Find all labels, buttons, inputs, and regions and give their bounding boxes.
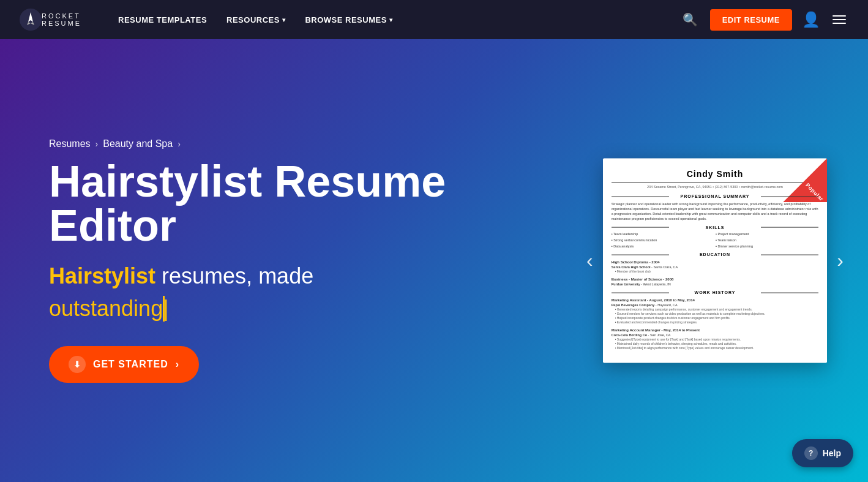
edu-bullet-1: Member of the book club (615, 269, 819, 274)
subtitle-highlight: Hairstylist (49, 263, 155, 288)
edu-entry-1: High School Diploma - 2004 Santa Clara H… (612, 260, 819, 274)
job-company-2: Coca-Cola Bottling Co - San Jose, CA (612, 333, 819, 337)
user-icon: 👤 (802, 11, 820, 28)
resume-card: Popular Cindy Smith 234 Sesame Street, P… (603, 158, 828, 363)
hero-subtitle: Hairstylist resumes, made (49, 262, 477, 291)
edit-resume-button[interactable]: EDIT RESUME (710, 9, 792, 31)
menu-icon (832, 19, 846, 20)
skill-dinner-service: Dinner service planning (716, 244, 818, 249)
nav-links: RESUME TEMPLATES RESOURCES ▾ BROWSE RESU… (111, 10, 680, 29)
navbar: ROCKET RESUME RESUME TEMPLATES RESOURCES… (0, 0, 868, 39)
skill-verbal-communication: Strong verbal communication (612, 238, 714, 243)
edu-degree-2: Business - Master of Science - 2008 (612, 277, 819, 282)
carousel-next-button[interactable]: › (837, 249, 844, 272)
job-title-2: Marketing Account Manager - May, 2014 to… (612, 328, 819, 333)
resume-section-education: EDUCATION (612, 252, 819, 258)
resume-summary-text: Strategic planner and operational leader… (612, 201, 819, 221)
job-bullet-1-4: Evaluated and recommended changes in pri… (615, 320, 819, 325)
logo-rocket-icon (20, 9, 42, 31)
hero-section: Resumes › Beauty and Spa › Hairstylist R… (0, 39, 868, 482)
resume-section-skills: SKILLS (612, 224, 819, 230)
nav-actions: 🔍 EDIT RESUME 👤 (680, 9, 848, 31)
search-button[interactable]: 🔍 (680, 10, 700, 29)
job-bullet-1-1: Generated reports detailing campaign per… (615, 307, 819, 312)
job-entry-2: Marketing Account Manager - May, 2014 to… (612, 328, 819, 350)
nav-link-resources[interactable]: RESOURCES ▾ (219, 10, 293, 29)
breadcrumb-resumes-link[interactable]: Resumes (49, 138, 91, 149)
resume-preview-container: ‹ Popular Cindy Smith 234 Sesame Street,… (586, 158, 844, 363)
hamburger-menu-button[interactable] (830, 13, 848, 26)
hero-subtitle-line2: outstanding| (49, 296, 477, 322)
breadcrumb-category-link[interactable]: Beauty and Spa (103, 138, 173, 149)
skills-grid: Team leadership Project management Stron… (612, 232, 819, 249)
resume-candidate-name: Cindy Smith (612, 168, 819, 180)
get-started-button[interactable]: ⬇ GET STARTED › (49, 346, 199, 383)
download-icon: ⬇ (69, 356, 86, 373)
logo-text: ROCKET RESUME (42, 12, 81, 27)
breadcrumb-separator: › (95, 139, 99, 149)
chevron-down-icon: ▾ (389, 17, 393, 23)
breadcrumb: Resumes › Beauty and Spa › (49, 138, 477, 149)
breadcrumb-separator: › (178, 139, 181, 149)
search-icon: 🔍 (683, 13, 698, 26)
edu-entry-2: Business - Master of Science - 2008 Purd… (612, 277, 819, 287)
arrow-right-icon: › (176, 359, 179, 370)
menu-icon (832, 23, 846, 24)
nav-link-templates[interactable]: RESUME TEMPLATES (111, 10, 214, 29)
user-account-button[interactable]: 👤 (802, 11, 820, 28)
menu-icon (832, 15, 846, 17)
chevron-down-icon: ▾ (282, 17, 286, 23)
edu-school-2: Purdue University - West Lafayette, IN (612, 282, 819, 287)
job-entry-1: Marketing Assistant - August, 2010 to Ma… (612, 298, 819, 325)
hero-content: Resumes › Beauty and Spa › Hairstylist R… (49, 138, 477, 383)
skill-data-analysis: Data analysis (612, 244, 714, 249)
resume-section-work-history: WORK HISTORY (612, 290, 819, 296)
job-title-1: Marketing Assistant - August, 2010 to Ma… (612, 298, 819, 303)
job-bullet-2-3: Mentored [Job title] to align performanc… (615, 346, 819, 350)
job-bullet-2-1: Suggested [Type] equipment to use for [T… (615, 337, 819, 342)
text-cursor: | (163, 296, 165, 322)
page-title: Hairstylist Resume Editor (49, 159, 477, 247)
resume-section-professional-summary: PROFESSIONAL SUMMARY (612, 193, 819, 199)
skill-project-management: Project management (716, 232, 818, 237)
help-button[interactable]: ? Help (792, 439, 853, 467)
edu-school-1: Santa Clara High School - Santa Clara, C… (612, 265, 819, 269)
job-bullet-2-2: Maintained daily records of children's b… (615, 342, 819, 346)
job-company-1: Pepsi Beverages Company - Hayward, CA (612, 303, 819, 307)
skill-team-leadership: Team leadership (612, 232, 714, 237)
job-bullet-1-2: Sourced vendors for services such as vid… (615, 312, 819, 316)
resume-contact: 234 Sesame Street, Penngrove, CA, 94951 … (612, 185, 819, 190)
nav-link-browse[interactable]: BROWSE RESUMES ▾ (297, 10, 400, 29)
job-bullet-1-3: Helped incorporate product changes to dr… (615, 316, 819, 320)
carousel-prev-button[interactable]: ‹ (586, 249, 593, 272)
help-question-icon: ? (804, 446, 818, 460)
skill-team-liaison: Team liaison (716, 238, 818, 243)
edu-degree-1: High School Diploma - 2004 (612, 260, 819, 265)
logo[interactable]: ROCKET RESUME (20, 9, 81, 31)
